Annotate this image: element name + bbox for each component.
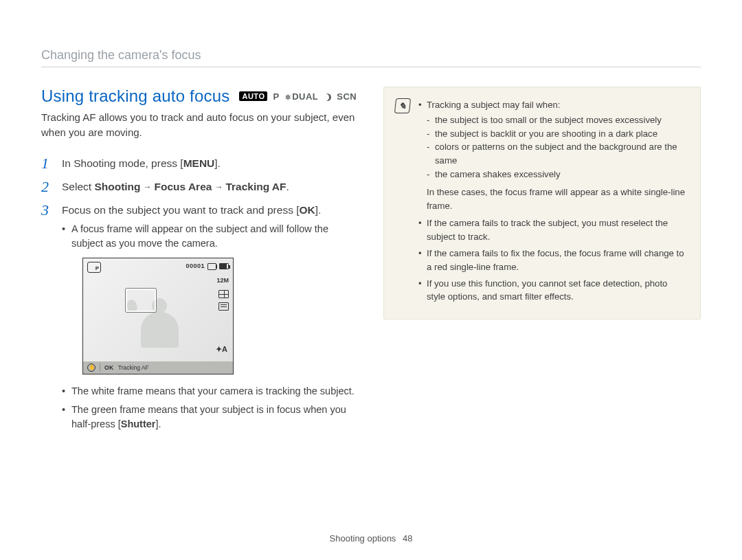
list-item: If you use this function, you cannot set… xyxy=(418,277,688,304)
right-column: ✎ Tracking a subject may fail when: the … xyxy=(383,87,701,443)
list-item: The white frame means that your camera i… xyxy=(62,384,359,399)
step-2: 2 Select Shooting→Focus Area→Tracking AF… xyxy=(41,179,359,195)
list-item: the subject is backlit or you are shooti… xyxy=(427,127,688,141)
list-item: the camera shakes excessively xyxy=(427,168,688,181)
flash-auto-icon: ✦A xyxy=(216,344,227,355)
list-item-text: ]. xyxy=(155,418,161,429)
step-number: 3 xyxy=(41,202,54,436)
note-list: Tracking a subject may fail when: the su… xyxy=(418,98,688,304)
focus-frame xyxy=(126,289,156,312)
menu-path-item: Focus Area xyxy=(155,181,212,192)
night-mode-icon xyxy=(324,93,331,101)
page-number: 48 xyxy=(403,533,412,544)
frame-counter: 00001 xyxy=(186,262,205,271)
list-item: the subject is too small or the subject … xyxy=(427,113,688,127)
separator xyxy=(100,363,100,372)
list-item: Tracking a subject may fail when: the su… xyxy=(418,98,688,212)
list-item-text: The green frame means that your subject … xyxy=(71,404,346,429)
mode-dual-label: DUAL xyxy=(285,91,319,102)
steps-list: 1 In Shooting mode, press [MENU]. 2 Sele… xyxy=(41,155,359,436)
breadcrumb: Changing the camera's focus xyxy=(41,48,701,63)
camera-right-icons: 12M xyxy=(216,276,229,311)
note-content: Tracking a subject may fail when: the su… xyxy=(418,98,688,306)
list-item: colors or patterns on the subject and th… xyxy=(427,140,688,168)
menu-button-label: MENU xyxy=(183,157,215,169)
arrow-icon: → xyxy=(214,181,223,193)
step-1: 1 In Shooting mode, press [MENU]. xyxy=(41,155,359,172)
mode-p-label: P xyxy=(273,91,279,102)
step-body: In Shooting mode, press [MENU]. xyxy=(62,155,221,172)
camera-mode-icon xyxy=(87,262,101,273)
intro-paragraph: Tracking AF allows you to track and auto… xyxy=(41,110,359,140)
step-sub-bullets: A focus frame will appear on the subject… xyxy=(62,222,359,251)
list-item: A focus frame will appear on the subject… xyxy=(62,222,359,251)
manual-page: Changing the camera's focus Using tracki… xyxy=(0,0,742,560)
step-text: In Shooting mode, press [ xyxy=(62,157,183,169)
mode-scn-label: SCN xyxy=(337,91,357,102)
sd-card-icon xyxy=(207,263,216,270)
note-sublist: the subject is too small or the subject … xyxy=(427,113,688,181)
step-text: . xyxy=(286,181,289,192)
list-item: If the camera fails to track the subject… xyxy=(418,216,688,244)
step-text: ]. xyxy=(214,157,221,169)
resolution-label: 12M xyxy=(216,276,229,286)
menu-path-item: Shooting xyxy=(94,181,140,192)
step-number: 2 xyxy=(41,179,54,195)
camera-preview-illustration: 00001 12M ✦A xyxy=(82,258,234,374)
note-icon: ✎ xyxy=(394,98,411,113)
footer-section: Shooting options xyxy=(330,533,396,544)
list-item: If the camera fails to fix the focus, th… xyxy=(418,247,688,274)
step-text: Focus on the subject you want to track a… xyxy=(62,204,300,216)
menu-path-item: Tracking AF xyxy=(225,181,286,192)
note-followup: In these cases, the focus frame will app… xyxy=(427,186,688,213)
step-number: 1 xyxy=(41,155,54,172)
divider xyxy=(41,67,701,67)
section-heading-row: Using tracking auto focus AUTO P DUAL SC… xyxy=(41,87,359,106)
step-body: Select Shooting→Focus Area→Tracking AF. xyxy=(62,179,289,195)
page-footer: Shooting options 48 xyxy=(0,533,742,544)
anti-shake-icon xyxy=(87,363,95,372)
two-column-layout: Using tracking auto focus AUTO P DUAL SC… xyxy=(41,87,701,443)
mode-auto-badge: AUTO xyxy=(239,91,267,101)
ok-button-label: OK xyxy=(300,204,315,216)
battery-icon xyxy=(219,263,229,269)
shutter-label: Shutter xyxy=(121,418,156,429)
note-lead: Tracking a subject may fail when: xyxy=(427,100,560,110)
camera-status-row: 00001 xyxy=(186,262,229,271)
mode-badges: AUTO P DUAL SCN xyxy=(239,91,357,102)
step-sub-bullets: The white frame means that your camera i… xyxy=(62,384,359,432)
mode-label: Tracking AF xyxy=(118,363,149,372)
quality-icon xyxy=(218,290,229,298)
metering-icon xyxy=(218,302,229,311)
left-column: Using tracking auto focus AUTO P DUAL SC… xyxy=(41,87,359,443)
step-body: Focus on the subject you want to track a… xyxy=(62,202,359,436)
arrow-icon: → xyxy=(144,181,152,193)
step-text: ]. xyxy=(315,204,322,216)
list-item: The green frame means that your subject … xyxy=(62,403,359,432)
step-text: Select xyxy=(62,181,94,192)
section-heading: Using tracking auto focus xyxy=(41,87,229,106)
step-3: 3 Focus on the subject you want to track… xyxy=(41,202,359,436)
camera-bottom-bar: OK Tracking AF xyxy=(83,361,233,374)
ok-indicator: OK xyxy=(104,363,114,372)
note-box: ✎ Tracking a subject may fail when: the … xyxy=(383,87,701,320)
